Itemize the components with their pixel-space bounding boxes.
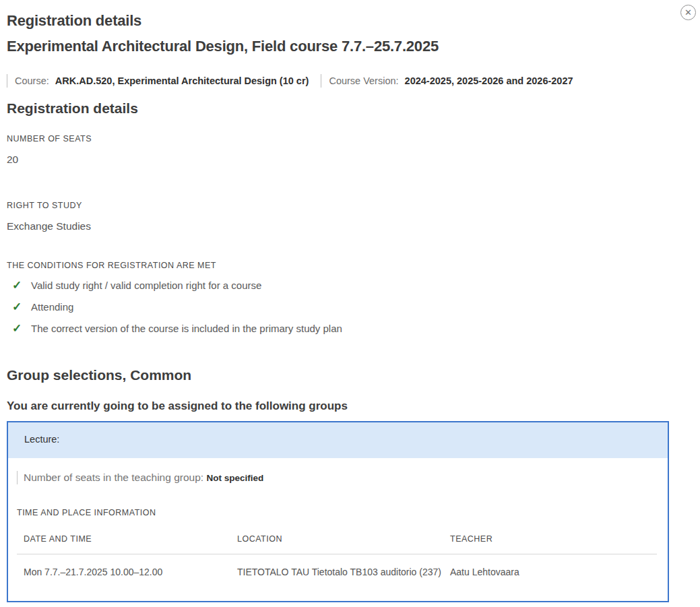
date-time-cell: Mon 7.7.–21.7.2025 10.00–12.00 (17, 554, 230, 578)
lecture-group-header: Lecture: (8, 422, 668, 458)
check-icon: ✓ (12, 300, 26, 314)
group-assignment-subtitle: You are currently going to be assigned t… (7, 399, 693, 413)
time-place-label: TIME AND PLACE INFORMATION (17, 508, 657, 518)
date-time-column-header: DATE AND TIME (17, 528, 230, 554)
course-title: Experimental Architectural Design, Field… (7, 36, 693, 57)
teaching-group-seats-label: Number of seats in the teaching group: (24, 472, 203, 483)
check-icon: ✓ (12, 279, 26, 292)
condition-text: Attending (31, 300, 73, 314)
condition-item: ✓ Valid study right / valid completion r… (7, 279, 693, 292)
time-place-table-header: DATE AND TIME LOCATION TEACHER (17, 528, 657, 554)
right-to-study-field: RIGHT TO STUDY Exchange Studies (7, 201, 693, 232)
teaching-group-seats-value: Not specified (207, 473, 264, 483)
number-of-seats-value: 20 (7, 153, 693, 166)
course-version-meta: Course Version: 2024-2025, 2025-2026 and… (321, 74, 573, 88)
check-icon: ✓ (12, 322, 26, 336)
condition-text: The correct version of the course is inc… (31, 322, 342, 336)
number-of-seats-label: NUMBER OF SEATS (7, 134, 693, 144)
condition-item: ✓ Attending (7, 300, 693, 314)
group-selections-heading: Group selections, Common (7, 366, 693, 384)
table-row: Mon 7.7.–21.7.2025 10.00–12.00 TIETOTALO… (17, 554, 657, 578)
teaching-group-seats-line: Number of seats in the teaching group: N… (17, 471, 657, 484)
course-value: ARK.AD.520, Experimental Architectural D… (55, 75, 309, 86)
registration-details-heading: Registration details (7, 100, 693, 117)
teacher-column-header: TEACHER (443, 528, 657, 554)
registration-dialog: Registration details Experimental Archit… (0, 11, 700, 602)
conditions-label: THE CONDITIONS FOR REGISTRATION ARE MET (7, 261, 693, 271)
lecture-group-body: Number of seats in the teaching group: N… (8, 458, 668, 601)
right-to-study-label: RIGHT TO STUDY (7, 201, 693, 211)
close-icon: ✕ (685, 8, 692, 17)
page-title: Registration details (7, 11, 693, 31)
time-place-table: DATE AND TIME LOCATION TEACHER Mon 7.7.–… (17, 528, 657, 578)
course-version-value: 2024-2025, 2025-2026 and 2026-2027 (405, 75, 573, 86)
lecture-group-card: Lecture: Number of seats in the teaching… (7, 421, 669, 602)
course-label: Course: (15, 75, 49, 86)
close-button[interactable]: ✕ (680, 5, 696, 20)
course-meta-row: Course: ARK.AD.520, Experimental Archite… (7, 74, 693, 88)
teacher-cell: Aatu Lehtovaara (443, 554, 657, 578)
location-cell: TIETOTALO TAU Tietotalo TB103 auditorio … (230, 554, 443, 578)
condition-text: Valid study right / valid completion rig… (31, 279, 261, 292)
condition-item: ✓ The correct version of the course is i… (7, 322, 693, 336)
course-meta: Course: ARK.AD.520, Experimental Archite… (7, 74, 309, 88)
lecture-group-name: Lecture: (24, 434, 59, 445)
registration-conditions: THE CONDITIONS FOR REGISTRATION ARE MET … (7, 261, 693, 336)
location-column-header: LOCATION (230, 528, 443, 554)
number-of-seats-field: NUMBER OF SEATS 20 (7, 134, 693, 166)
right-to-study-value: Exchange Studies (7, 220, 693, 232)
course-version-label: Course Version: (329, 75, 398, 86)
